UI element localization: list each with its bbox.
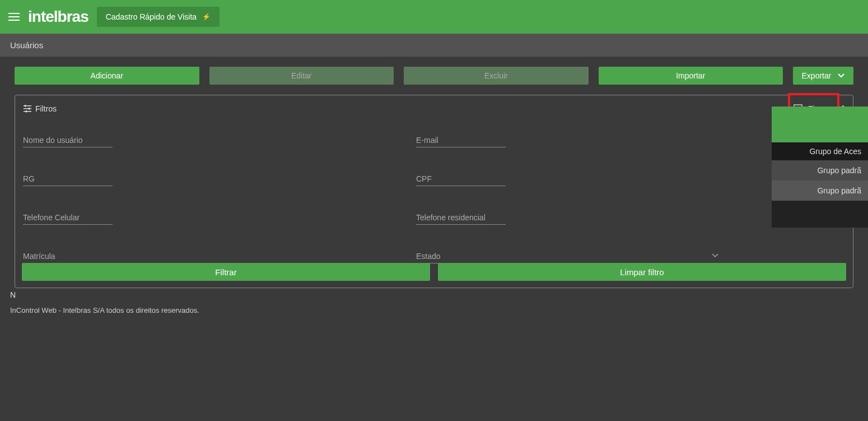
table-row[interactable]: Grupo padrã <box>772 160 868 181</box>
filter-settings-icon <box>23 104 32 113</box>
filter-body <box>15 122 853 263</box>
state-field-wrap <box>416 249 718 263</box>
svg-rect-2 <box>24 108 31 109</box>
filter-panel: Filtros Fixar ✕ <box>15 95 853 288</box>
chevron-down-icon <box>838 73 844 78</box>
home-phone-input[interactable] <box>416 211 506 225</box>
clear-filter-button[interactable]: Limpar filtro <box>438 263 846 281</box>
quick-register-button[interactable]: Cadastro Rápido de Visita ⚡ <box>97 7 220 27</box>
access-group-table: Grupo de Aces Grupo padrã Grupo padrã <box>772 107 868 228</box>
action-toolbar: Adicionar Editar Excluir Importar Export… <box>15 57 853 95</box>
quick-register-label: Cadastro Rápido de Visita <box>106 12 197 21</box>
page-indicator: N <box>10 290 16 299</box>
state-select[interactable] <box>416 249 718 263</box>
footer-text: InControl Web - Intelbras S/A todos os d… <box>10 306 199 314</box>
filter-actions: Filtrar Limpar filtro <box>22 263 846 281</box>
username-input[interactable] <box>23 133 113 147</box>
filter-title-text: Filtros <box>35 104 57 113</box>
home-phone-field-wrap <box>416 211 506 225</box>
svg-rect-3 <box>29 108 30 110</box>
lightning-icon: ⚡ <box>202 13 211 21</box>
delete-button[interactable]: Excluir <box>404 67 589 85</box>
top-header: intelbras Cadastro Rápido de Visita ⚡ <box>0 0 868 34</box>
mobile-input[interactable] <box>23 211 113 225</box>
table-column-header: Grupo de Aces <box>772 142 868 160</box>
mobile-field-wrap <box>23 211 113 225</box>
brand-logo: intelbras <box>28 8 88 26</box>
cpf-input[interactable] <box>416 172 506 186</box>
table-row[interactable]: Grupo padrã <box>772 181 868 201</box>
import-button[interactable]: Importar <box>599 67 783 85</box>
export-label: Exportar <box>802 71 832 80</box>
svg-rect-5 <box>26 110 27 113</box>
edit-button[interactable]: Editar <box>209 67 394 85</box>
email-field-wrap <box>416 133 506 147</box>
table-row-empty <box>772 201 868 228</box>
rg-field-wrap <box>23 172 113 186</box>
cpf-field-wrap <box>416 172 506 186</box>
content-area: Adicionar Editar Excluir Importar Export… <box>0 57 868 288</box>
svg-rect-1 <box>25 105 26 107</box>
table-green-header <box>772 107 868 142</box>
registration-field-wrap <box>23 249 113 263</box>
filter-header: Filtros Fixar ✕ <box>15 95 853 122</box>
filter-title-group: Filtros <box>23 104 57 113</box>
rg-input[interactable] <box>23 172 113 186</box>
email-input[interactable] <box>416 133 506 147</box>
page-title: Usuários <box>0 34 868 57</box>
export-button[interactable]: Exportar <box>793 67 853 85</box>
username-field-wrap <box>23 133 113 147</box>
filter-button[interactable]: Filtrar <box>22 263 430 281</box>
hamburger-menu-icon[interactable] <box>8 13 20 21</box>
chevron-down-icon <box>712 252 718 260</box>
registration-input[interactable] <box>23 249 113 263</box>
add-button[interactable]: Adicionar <box>15 67 199 85</box>
svg-rect-4 <box>24 111 31 112</box>
